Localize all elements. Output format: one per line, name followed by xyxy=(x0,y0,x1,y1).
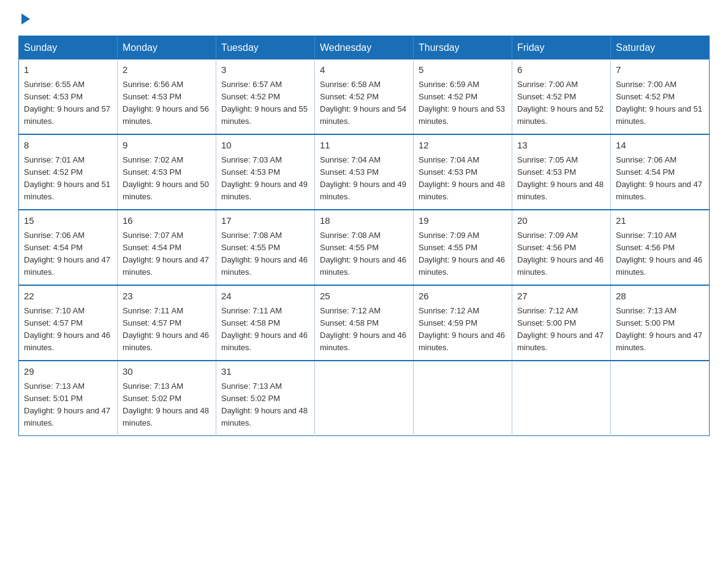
day-number: 23 xyxy=(123,289,211,304)
day-info: Sunrise: 7:12 AMSunset: 4:58 PMDaylight:… xyxy=(320,306,406,352)
day-info: Sunrise: 7:08 AMSunset: 4:55 PMDaylight:… xyxy=(320,231,406,277)
day-info: Sunrise: 7:04 AMSunset: 4:53 PMDaylight:… xyxy=(419,155,505,201)
table-row: 7 Sunrise: 7:00 AMSunset: 4:52 PMDayligh… xyxy=(611,59,710,134)
calendar-table: Sunday Monday Tuesday Wednesday Thursday… xyxy=(18,36,710,436)
col-tuesday: Tuesday xyxy=(216,36,315,60)
calendar-header-row: Sunday Monday Tuesday Wednesday Thursday… xyxy=(19,36,710,60)
day-info: Sunrise: 7:00 AMSunset: 4:52 PMDaylight:… xyxy=(517,80,604,126)
day-number: 25 xyxy=(320,289,408,304)
col-sunday: Sunday xyxy=(19,36,118,60)
day-info: Sunrise: 7:06 AMSunset: 4:54 PMDaylight:… xyxy=(616,155,702,201)
table-row: 1 Sunrise: 6:55 AMSunset: 4:53 PMDayligh… xyxy=(19,59,118,134)
day-number: 11 xyxy=(320,139,408,153)
day-info: Sunrise: 7:05 AMSunset: 4:53 PMDaylight:… xyxy=(517,155,604,201)
day-number: 28 xyxy=(616,289,704,304)
logo-arrow-icon xyxy=(21,13,30,25)
day-info: Sunrise: 7:09 AMSunset: 4:55 PMDaylight:… xyxy=(419,231,505,277)
day-number: 16 xyxy=(123,214,211,228)
day-number: 9 xyxy=(123,139,211,153)
day-info: Sunrise: 7:01 AMSunset: 4:52 PMDaylight:… xyxy=(24,155,110,201)
day-number: 15 xyxy=(24,214,112,228)
table-row xyxy=(414,361,512,436)
calendar-week-row: 22 Sunrise: 7:10 AMSunset: 4:57 PMDaylig… xyxy=(19,285,710,361)
day-number: 7 xyxy=(616,63,704,77)
day-number: 17 xyxy=(221,214,309,228)
day-info: Sunrise: 7:10 AMSunset: 4:57 PMDaylight:… xyxy=(24,306,110,352)
table-row: 2 Sunrise: 6:56 AMSunset: 4:53 PMDayligh… xyxy=(118,59,216,134)
day-info: Sunrise: 7:03 AMSunset: 4:53 PMDaylight:… xyxy=(221,155,308,201)
day-number: 29 xyxy=(24,365,112,379)
table-row: 25 Sunrise: 7:12 AMSunset: 4:58 PMDaylig… xyxy=(315,285,414,361)
col-saturday: Saturday xyxy=(611,36,710,60)
day-number: 18 xyxy=(320,214,408,228)
day-info: Sunrise: 7:06 AMSunset: 4:54 PMDaylight:… xyxy=(24,231,110,277)
table-row: 31 Sunrise: 7:13 AMSunset: 5:02 PMDaylig… xyxy=(216,361,315,436)
table-row: 8 Sunrise: 7:01 AMSunset: 4:52 PMDayligh… xyxy=(19,134,118,210)
day-number: 13 xyxy=(517,139,605,153)
day-number: 12 xyxy=(419,139,507,153)
col-thursday: Thursday xyxy=(414,36,512,60)
table-row: 28 Sunrise: 7:13 AMSunset: 5:00 PMDaylig… xyxy=(611,285,710,361)
day-info: Sunrise: 7:00 AMSunset: 4:52 PMDaylight:… xyxy=(616,80,702,126)
day-number: 6 xyxy=(517,63,605,77)
table-row: 29 Sunrise: 7:13 AMSunset: 5:01 PMDaylig… xyxy=(19,361,118,436)
day-info: Sunrise: 7:08 AMSunset: 4:55 PMDaylight:… xyxy=(221,231,308,277)
table-row: 9 Sunrise: 7:02 AMSunset: 4:53 PMDayligh… xyxy=(118,134,216,210)
day-number: 21 xyxy=(616,214,704,228)
day-number: 2 xyxy=(123,63,211,77)
table-row: 23 Sunrise: 7:11 AMSunset: 4:57 PMDaylig… xyxy=(118,285,216,361)
logo xyxy=(18,12,30,25)
table-row xyxy=(512,361,611,436)
day-info: Sunrise: 7:10 AMSunset: 4:56 PMDaylight:… xyxy=(616,231,702,277)
day-info: Sunrise: 7:12 AMSunset: 5:00 PMDaylight:… xyxy=(517,306,604,352)
day-number: 3 xyxy=(221,63,309,77)
day-number: 1 xyxy=(24,63,112,77)
day-info: Sunrise: 7:02 AMSunset: 4:53 PMDaylight:… xyxy=(123,155,209,201)
day-number: 31 xyxy=(221,365,309,379)
table-row: 20 Sunrise: 7:09 AMSunset: 4:56 PMDaylig… xyxy=(512,210,611,285)
col-wednesday: Wednesday xyxy=(315,36,414,60)
table-row: 26 Sunrise: 7:12 AMSunset: 4:59 PMDaylig… xyxy=(414,285,512,361)
day-info: Sunrise: 7:13 AMSunset: 5:02 PMDaylight:… xyxy=(221,381,308,427)
day-number: 8 xyxy=(24,139,112,153)
day-number: 24 xyxy=(221,289,309,304)
day-number: 19 xyxy=(419,214,507,228)
day-info: Sunrise: 7:09 AMSunset: 4:56 PMDaylight:… xyxy=(517,231,604,277)
table-row: 16 Sunrise: 7:07 AMSunset: 4:54 PMDaylig… xyxy=(118,210,216,285)
table-row: 15 Sunrise: 7:06 AMSunset: 4:54 PMDaylig… xyxy=(19,210,118,285)
calendar-week-row: 15 Sunrise: 7:06 AMSunset: 4:54 PMDaylig… xyxy=(19,210,710,285)
day-number: 4 xyxy=(320,63,408,77)
day-number: 30 xyxy=(123,365,211,379)
day-number: 14 xyxy=(616,139,704,153)
day-info: Sunrise: 7:13 AMSunset: 5:00 PMDaylight:… xyxy=(616,306,702,352)
day-info: Sunrise: 6:57 AMSunset: 4:52 PMDaylight:… xyxy=(221,80,308,126)
table-row: 5 Sunrise: 6:59 AMSunset: 4:52 PMDayligh… xyxy=(414,59,512,134)
day-info: Sunrise: 6:58 AMSunset: 4:52 PMDaylight:… xyxy=(320,80,406,126)
day-info: Sunrise: 7:13 AMSunset: 5:02 PMDaylight:… xyxy=(123,381,209,427)
table-row: 13 Sunrise: 7:05 AMSunset: 4:53 PMDaylig… xyxy=(512,134,611,210)
day-number: 27 xyxy=(517,289,605,304)
table-row: 17 Sunrise: 7:08 AMSunset: 4:55 PMDaylig… xyxy=(216,210,315,285)
calendar-week-row: 8 Sunrise: 7:01 AMSunset: 4:52 PMDayligh… xyxy=(19,134,710,210)
table-row: 11 Sunrise: 7:04 AMSunset: 4:53 PMDaylig… xyxy=(315,134,414,210)
day-info: Sunrise: 6:59 AMSunset: 4:52 PMDaylight:… xyxy=(419,80,505,126)
table-row xyxy=(611,361,710,436)
day-number: 20 xyxy=(517,214,605,228)
day-info: Sunrise: 7:04 AMSunset: 4:53 PMDaylight:… xyxy=(320,155,406,201)
col-monday: Monday xyxy=(118,36,216,60)
table-row: 14 Sunrise: 7:06 AMSunset: 4:54 PMDaylig… xyxy=(611,134,710,210)
table-row: 22 Sunrise: 7:10 AMSunset: 4:57 PMDaylig… xyxy=(19,285,118,361)
table-row: 19 Sunrise: 7:09 AMSunset: 4:55 PMDaylig… xyxy=(414,210,512,285)
day-info: Sunrise: 7:11 AMSunset: 4:58 PMDaylight:… xyxy=(221,306,308,352)
page-header xyxy=(18,12,710,25)
day-info: Sunrise: 7:12 AMSunset: 4:59 PMDaylight:… xyxy=(419,306,505,352)
day-info: Sunrise: 7:13 AMSunset: 5:01 PMDaylight:… xyxy=(24,381,110,427)
table-row: 12 Sunrise: 7:04 AMSunset: 4:53 PMDaylig… xyxy=(414,134,512,210)
table-row: 21 Sunrise: 7:10 AMSunset: 4:56 PMDaylig… xyxy=(611,210,710,285)
table-row: 18 Sunrise: 7:08 AMSunset: 4:55 PMDaylig… xyxy=(315,210,414,285)
table-row: 4 Sunrise: 6:58 AMSunset: 4:52 PMDayligh… xyxy=(315,59,414,134)
table-row: 30 Sunrise: 7:13 AMSunset: 5:02 PMDaylig… xyxy=(118,361,216,436)
day-number: 10 xyxy=(221,139,309,153)
day-number: 22 xyxy=(24,289,112,304)
col-friday: Friday xyxy=(512,36,611,60)
